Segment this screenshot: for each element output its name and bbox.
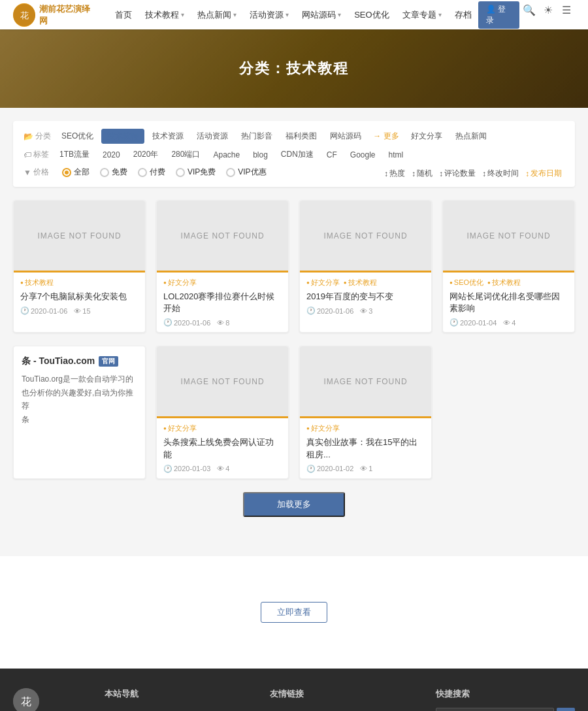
footer-search-col: 快捷搜索 → 本站点 xyxy=(436,688,575,711)
nav-articles[interactable]: 文章专题 ▾ xyxy=(396,0,448,29)
category-icon: 📂 xyxy=(24,132,33,141)
price-label: ▼ 价格 xyxy=(24,167,49,178)
filter-box: 📂 分类 SEO优化 技术教程 技术资源 活动资源 热门影音 福利类图 网站源码… xyxy=(13,121,575,187)
price-vip-discount[interactable]: VIP优惠 xyxy=(226,167,266,178)
card-2[interactable]: IMAGE NOT FOUND 好文分享 LOL2020赛季排位赛什么时候开始 … xyxy=(156,200,289,333)
tag-google[interactable]: Google xyxy=(345,149,381,161)
load-more-button[interactable]: 加载更多 xyxy=(243,492,345,517)
nav-hot-news[interactable]: 热点新闻 ▾ xyxy=(191,0,243,29)
card-3-views: 👁 3 xyxy=(360,307,372,315)
user-button[interactable]: ☀ xyxy=(540,1,557,20)
footer-links-col: 友情链接 xyxy=(270,688,409,711)
search-icon: 🔍 xyxy=(523,4,536,16)
filter-welfare[interactable]: 福利类图 xyxy=(280,129,322,143)
price-vip-free[interactable]: VIP免费 xyxy=(176,167,216,178)
tag-apache[interactable]: Apache xyxy=(208,149,245,161)
nav-tech-arrow: ▾ xyxy=(181,11,184,18)
tags-label: 🏷 标签 xyxy=(24,149,49,160)
eye-icon-6: 👁 xyxy=(360,465,367,472)
filter-website-source[interactable]: 网站源码 xyxy=(325,129,367,143)
tag-2020y[interactable]: 2020年 xyxy=(128,148,164,161)
clock-icon-3: 🕐 xyxy=(306,306,316,315)
nav-website-source[interactable]: 网站源码 ▾ xyxy=(295,0,348,29)
cta-button[interactable]: 立即查看 xyxy=(261,602,327,623)
card-1-views: 👁 15 xyxy=(74,307,90,315)
price-free[interactable]: 免费 xyxy=(100,167,127,178)
card-special-toutiao[interactable]: 条 - TouTiao.com 官网 TouTiao.org是一款会自动学习的也… xyxy=(13,346,146,478)
price-all[interactable]: 全部 xyxy=(62,167,90,178)
cta-spacer xyxy=(13,576,575,602)
card-5-thumb: IMAGE NOT FOUND xyxy=(157,346,288,418)
price-paid[interactable]: 付费 xyxy=(138,167,165,178)
footer-search-input[interactable] xyxy=(436,708,554,711)
menu-button[interactable]: ☰ xyxy=(558,1,575,20)
eye-icon-3: 👁 xyxy=(360,307,367,315)
card-4-title: 网站长尾词优化排名受哪些因素影响 xyxy=(449,291,568,314)
main-nav: 首页 技术教程 ▾ 热点新闻 ▾ 活动资源 ▾ 网站源码 ▾ SEO优化 文章专… xyxy=(108,0,478,29)
search-button[interactable]: 🔍 xyxy=(521,1,538,20)
filter-activity[interactable]: 活动资源 xyxy=(191,129,233,143)
hero-section: 分类：技术教程 xyxy=(0,29,588,108)
card-1-title: 分享7个电脑鼠标美化安装包 xyxy=(20,291,139,303)
cta-spacer-2 xyxy=(13,623,575,649)
toutiao-title: 条 - TouTiao.com 官网 xyxy=(22,356,137,367)
card-2-title: LOL2020赛季排位赛什么时候开始 xyxy=(163,291,282,314)
category-label: 📂 分类 xyxy=(24,131,51,142)
page-title: 分类：技术教程 xyxy=(239,59,349,78)
login-button[interactable]: 👤 登录 xyxy=(478,1,520,29)
tags-filter-row: 🏷 标签 1TB流量 2020 2020年 280端口 Apache blog … xyxy=(24,148,564,161)
filter-good-share[interactable]: 好文分享 xyxy=(406,129,448,143)
card-4[interactable]: IMAGE NOT FOUND SEO优化 技术教程 网站长尾词优化排名受哪些因… xyxy=(442,200,575,333)
card-3-date: 🕐 2020-01-06 xyxy=(306,306,353,315)
nav-source-arrow: ▾ xyxy=(338,11,341,18)
sort-hot[interactable]: ↕ 热度 xyxy=(384,168,405,179)
card-6-title: 真实创业故事：我在15平的出租房... xyxy=(306,437,425,460)
filter-more-button[interactable]: → 更多 xyxy=(369,129,402,143)
card-6[interactable]: IMAGE NOT FOUND 好文分享 真实创业故事：我在15平的出租房...… xyxy=(299,346,432,478)
filter-hot-video[interactable]: 热门影音 xyxy=(236,129,278,143)
nav-seo[interactable]: SEO优化 xyxy=(348,0,395,29)
tag-blog[interactable]: blog xyxy=(248,149,273,161)
tag-280port[interactable]: 280端口 xyxy=(166,148,205,161)
filter-hot-news[interactable]: 热点新闻 xyxy=(450,129,492,143)
nav-articles-arrow: ▾ xyxy=(438,11,442,18)
card-1-tags: 技术教程 xyxy=(20,278,139,288)
svg-text:花: 花 xyxy=(20,10,29,20)
filter-tech-resource[interactable]: 技术资源 xyxy=(147,129,189,143)
tag-1tb[interactable]: 1TB流量 xyxy=(54,148,95,161)
card-1[interactable]: IMAGE NOT FOUND 技术教程 分享7个电脑鼠标美化安装包 🕐 202… xyxy=(13,200,146,333)
card-1-body: 技术教程 分享7个电脑鼠标美化安装包 🕐 2020-01-06 👁 15 xyxy=(14,273,145,320)
tag-cdn[interactable]: CDN加速 xyxy=(276,148,319,161)
category-filter-row: 📂 分类 SEO优化 技术教程 技术资源 活动资源 热门影音 福利类图 网站源码… xyxy=(24,129,564,144)
nav-activity[interactable]: 活动资源 ▾ xyxy=(243,0,295,29)
tag-icon: 🏷 xyxy=(24,150,31,159)
sort-comments-arrow: ↕ xyxy=(439,169,443,178)
price-sort-row: ▼ 价格 全部 免费 付费 VIP免费 xyxy=(24,165,564,179)
logo[interactable]: 花 潮前花艺演绎网 xyxy=(13,3,95,27)
card-5[interactable]: IMAGE NOT FOUND 好文分享 头条搜索上线免费会网认证功能 🕐 20… xyxy=(156,346,289,478)
tag-html[interactable]: html xyxy=(384,149,409,161)
sort-random[interactable]: ↕ 随机 xyxy=(412,168,433,179)
nav-tech-tutorial[interactable]: 技术教程 ▾ xyxy=(139,0,191,29)
sort-modified[interactable]: ↕ 终改时间 xyxy=(482,168,519,179)
sort-publish[interactable]: ↕ 发布日期 xyxy=(525,168,562,179)
sort-comments[interactable]: ↕ 评论数量 xyxy=(439,168,476,179)
card-2-meta: 🕐 2020-01-06 👁 8 xyxy=(163,318,282,327)
footer-logo: 花 /付费下载/会员/会都管理/自定义积分、光成支付、卡密、推广类型等。 xyxy=(13,688,78,711)
nav-news-arrow: ▾ xyxy=(233,11,237,18)
cards-row-2: 条 - TouTiao.com 官网 TouTiao.org是一款会自动学习的也… xyxy=(13,346,575,478)
card-2-date: 🕐 2020-01-06 xyxy=(163,318,210,327)
filter-seo[interactable]: SEO优化 xyxy=(56,129,99,143)
nav-home[interactable]: 首页 xyxy=(108,0,139,29)
tag-cf[interactable]: CF xyxy=(321,149,342,161)
filter-tech-tutorial[interactable]: 技术教程 xyxy=(101,129,144,144)
nav-archive[interactable]: 存档 xyxy=(448,0,478,29)
card-3[interactable]: IMAGE NOT FOUND 好文分享 技术教程 2019年百度的变与不变 🕐… xyxy=(299,200,432,333)
card-5-views: 👁 4 xyxy=(217,465,229,472)
card-2-tag-1: 好文分享 xyxy=(163,278,197,288)
tag-2020[interactable]: 2020 xyxy=(97,149,125,161)
sort-publish-arrow: ↕ xyxy=(525,169,529,178)
footer-search-button[interactable]: → xyxy=(557,708,575,711)
sort-random-arrow: ↕ xyxy=(412,169,416,178)
login-icon: 👤 xyxy=(486,5,496,14)
